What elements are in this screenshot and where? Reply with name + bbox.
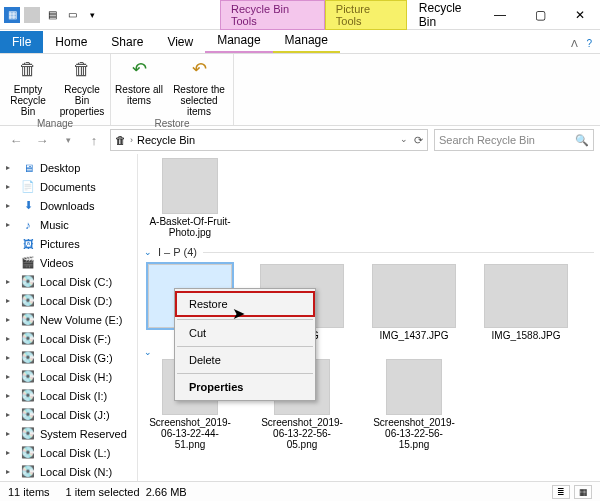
sidebar-item-system-reserved[interactable]: ▸💽System Reserved	[0, 424, 137, 443]
file-list-pane[interactable]: A-Basket-Of-Fruit-Photo.jpg ⌄ I – P (4) …	[138, 154, 600, 481]
expand-icon[interactable]: ▸	[6, 467, 16, 476]
title-bar: ▦ ▤ ▭ ▾ Recycle Bin Tools Picture Tools …	[0, 0, 600, 30]
qat-icon-1[interactable]: ▦	[4, 7, 20, 23]
tab-home[interactable]: Home	[43, 31, 99, 53]
restore-all-button[interactable]: ↶ Restore all items	[115, 56, 163, 117]
close-button[interactable]: ✕	[560, 0, 600, 30]
nav-up-button[interactable]: ↑	[84, 130, 104, 150]
view-thumbnails-button[interactable]: ▦	[574, 485, 592, 499]
context-tab-picture-tools[interactable]: Picture Tools	[325, 0, 407, 30]
expand-icon[interactable]: ▸	[6, 429, 16, 438]
sidebar-item-pictures[interactable]: 🖼Pictures	[0, 234, 137, 253]
expand-icon[interactable]: ▸	[6, 315, 16, 324]
expand-icon[interactable]: ▸	[6, 334, 16, 343]
file-name-label: Screenshot_2019-06-13-22-56-05.png	[258, 417, 346, 450]
thumbnail-icon	[484, 264, 568, 328]
sidebar-item-downloads[interactable]: ▸⬇Downloads	[0, 196, 137, 215]
expand-icon[interactable]: ▸	[6, 372, 16, 381]
sidebar-item-disk-n[interactable]: ▸💽Local Disk (N:)	[0, 462, 137, 481]
videos-icon: 🎬	[20, 256, 36, 270]
recycle-bin-properties-button[interactable]: 🗑 Recycle Bin properties	[58, 56, 106, 117]
disk-icon: 💽	[20, 465, 36, 479]
tab-manage-recycle[interactable]: Manage	[205, 29, 272, 53]
file-item-fruit[interactable]: A-Basket-Of-Fruit-Photo.jpg	[146, 158, 234, 238]
file-name-label: A-Basket-Of-Fruit-Photo.jpg	[146, 216, 234, 238]
expand-icon[interactable]: ▸	[6, 448, 16, 457]
sidebar-item-disk-f[interactable]: ▸💽Local Disk (F:)	[0, 329, 137, 348]
address-bar[interactable]: 🗑 › Recycle Bin ⌄ ⟳	[110, 129, 428, 151]
expand-icon[interactable]: ▸	[6, 277, 16, 286]
expand-icon[interactable]: ▸	[6, 410, 16, 419]
tab-file[interactable]: File	[0, 31, 43, 53]
sidebar-item-disk-i[interactable]: ▸💽Local Disk (I:)	[0, 386, 137, 405]
view-details-button[interactable]: ≣	[552, 485, 570, 499]
context-menu-separator	[177, 346, 313, 347]
sidebar-item-videos[interactable]: 🎬Videos	[0, 253, 137, 272]
ribbon-tabs: File Home Share View Manage Manage ᐱ?	[0, 30, 600, 54]
expand-icon[interactable]: ▸	[6, 353, 16, 362]
group-header-ip[interactable]: ⌄ I – P (4)	[138, 242, 600, 260]
qat-new-folder-icon[interactable]: ▭	[64, 7, 80, 23]
sidebar-label: Local Disk (F:)	[40, 333, 111, 345]
chevron-up-icon: ᐱ	[571, 38, 578, 49]
refresh-icon[interactable]: ⟳	[414, 134, 423, 147]
file-item-1437[interactable]: IMG_1437.JPG	[370, 264, 458, 341]
navigation-pane[interactable]: ▸🖥Desktop ▸📄Documents ▸⬇Downloads ▸♪Musi…	[0, 154, 138, 481]
minimize-button[interactable]: —	[480, 0, 520, 30]
file-item-screenshot-3[interactable]: Screenshot_2019-06-13-22-56-15.png	[370, 359, 458, 450]
sidebar-label: Videos	[40, 257, 73, 269]
expand-icon[interactable]: ▸	[6, 296, 16, 305]
qat-properties-icon[interactable]: ▤	[44, 7, 60, 23]
expand-icon[interactable]: ▸	[6, 163, 16, 172]
tab-manage-picture[interactable]: Manage	[273, 29, 340, 53]
nav-back-button[interactable]: ←	[6, 130, 26, 150]
search-box[interactable]: Search Recycle Bin 🔍	[434, 129, 594, 151]
sidebar-item-disk-c[interactable]: ▸💽Local Disk (C:)	[0, 272, 137, 291]
thumbnail-icon	[372, 264, 456, 328]
sidebar-item-disk-e[interactable]: ▸💽New Volume (E:)	[0, 310, 137, 329]
empty-recycle-bin-button[interactable]: 🗑 Empty Recycle Bin	[4, 56, 52, 117]
chevron-right-icon: ›	[130, 135, 133, 145]
restore-selected-button[interactable]: ↶ Restore the selected items	[169, 56, 229, 117]
ribbon-expand[interactable]: ᐱ?	[563, 34, 600, 53]
sidebar-item-disk-h[interactable]: ▸💽Local Disk (H:)	[0, 367, 137, 386]
context-menu-separator	[177, 373, 313, 374]
sidebar-item-desktop[interactable]: ▸🖥Desktop	[0, 158, 137, 177]
context-tab-recycle-bin-tools[interactable]: Recycle Bin Tools	[220, 0, 325, 30]
sidebar-item-disk-j[interactable]: ▸💽Local Disk (J:)	[0, 405, 137, 424]
context-menu-properties[interactable]: Properties	[175, 376, 315, 398]
sidebar-label: Local Disk (H:)	[40, 371, 112, 383]
desktop-icon: 🖥	[20, 161, 36, 175]
sidebar-item-music[interactable]: ▸♪Music	[0, 215, 137, 234]
context-menu-delete[interactable]: Delete	[175, 349, 315, 371]
sidebar-item-disk-d[interactable]: ▸💽Local Disk (D:)	[0, 291, 137, 310]
sidebar-label: Local Disk (D:)	[40, 295, 112, 307]
maximize-button[interactable]: ▢	[520, 0, 560, 30]
expand-icon[interactable]: ▸	[6, 182, 16, 191]
sidebar-item-disk-g[interactable]: ▸💽Local Disk (G:)	[0, 348, 137, 367]
search-placeholder: Search Recycle Bin	[439, 134, 535, 146]
window-title: Recycle Bin	[419, 1, 480, 29]
pictures-icon: 🖼	[20, 237, 36, 251]
status-item-count: 11 items	[8, 486, 50, 498]
context-menu-restore[interactable]: Restore	[175, 291, 315, 317]
expand-icon[interactable]: ▸	[6, 391, 16, 400]
file-name-label: Screenshot_2019-06-13-22-56-15.png	[370, 417, 458, 450]
help-icon[interactable]: ?	[586, 38, 592, 49]
expand-icon[interactable]: ▸	[6, 201, 16, 210]
context-menu-cut[interactable]: Cut	[175, 322, 315, 344]
file-item-1588[interactable]: IMG_1588.JPG	[482, 264, 570, 341]
sidebar-label: Downloads	[40, 200, 94, 212]
sidebar-item-documents[interactable]: ▸📄Documents	[0, 177, 137, 196]
tab-view[interactable]: View	[155, 31, 205, 53]
qat-customize-icon[interactable]: ▾	[84, 7, 100, 23]
tab-share[interactable]: Share	[99, 31, 155, 53]
expand-icon[interactable]: ▸	[6, 220, 16, 229]
disk-icon: 💽	[20, 294, 36, 308]
address-dropdown-icon[interactable]: ⌄	[400, 134, 408, 147]
sidebar-label: New Volume (E:)	[40, 314, 123, 326]
chevron-down-icon: ⌄	[144, 247, 152, 257]
nav-forward-button[interactable]: →	[32, 130, 52, 150]
nav-recent-button[interactable]: ▾	[58, 130, 78, 150]
sidebar-item-disk-l[interactable]: ▸💽Local Disk (L:)	[0, 443, 137, 462]
